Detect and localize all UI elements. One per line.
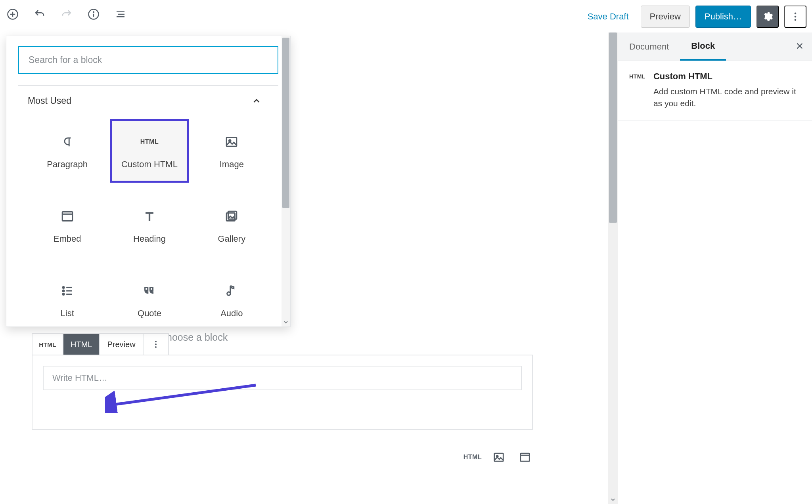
search-input[interactable] <box>28 54 269 66</box>
add-block-button[interactable] <box>2 4 23 25</box>
sidebar-tabs: Document Block <box>618 32 812 61</box>
inserter-item-list[interactable]: List <box>28 268 107 332</box>
svg-point-9 <box>795 13 797 15</box>
plus-circle-icon <box>7 8 19 20</box>
image-icon <box>493 451 505 463</box>
more-vertical-icon <box>151 340 161 349</box>
block-type-icon[interactable]: HTML <box>33 334 63 355</box>
svg-point-13 <box>155 344 157 345</box>
inserter-item-heading[interactable]: Heading <box>110 194 189 257</box>
chevron-up-icon <box>252 97 261 105</box>
inserter-shortcut-html[interactable]: HTML <box>465 449 481 465</box>
inserter-item-label: Quote <box>138 308 161 319</box>
inserter-item-quote[interactable]: Quote <box>110 268 189 332</box>
more-vertical-icon <box>790 11 801 22</box>
tab-preview[interactable]: Preview <box>100 334 143 355</box>
redo-icon <box>61 8 73 20</box>
gallery-icon <box>225 207 238 226</box>
inserter-scrollbar[interactable] <box>282 36 290 326</box>
outline-icon <box>115 8 126 20</box>
inserter-shortcut-image[interactable] <box>491 449 507 465</box>
image-icon <box>225 132 238 151</box>
svg-point-11 <box>795 19 797 21</box>
block-inserter-panel: Most Used Paragraph HTML Custom HTML Ima… <box>6 36 291 327</box>
html-code-input[interactable]: Write HTML… <box>43 366 522 390</box>
block-navigation-button[interactable] <box>110 4 131 25</box>
chevron-down-icon <box>611 497 615 502</box>
embed-icon <box>519 451 531 463</box>
scrollbar-down-arrow[interactable] <box>608 495 618 504</box>
inserter-item-label: Paragraph <box>47 159 88 170</box>
sidebar-block-title: Custom HTML <box>653 71 801 82</box>
sidebar-block-text: Custom HTML Add custom HTML code and pre… <box>653 71 801 110</box>
close-icon <box>795 42 804 50</box>
bottom-inserter-icons: HTML <box>32 449 533 465</box>
sidebar-close-button[interactable] <box>795 42 804 52</box>
block-appender-hint: hoose a block <box>167 332 228 343</box>
custom-html-block[interactable]: HTML HTML Preview Write HTML… <box>32 355 533 430</box>
inserter-shortcut-embed[interactable] <box>517 449 533 465</box>
chevron-down-icon <box>283 320 288 325</box>
inserter-item-label: Image <box>220 159 244 170</box>
inserter-item-label: Custom HTML <box>121 159 178 170</box>
scrollbar-down-arrow[interactable] <box>282 318 290 326</box>
block-more-button[interactable] <box>144 334 168 355</box>
inserter-item-gallery[interactable]: Gallery <box>192 194 271 257</box>
content-info-button[interactable] <box>83 4 104 25</box>
inserter-item-label: List <box>61 308 74 319</box>
svg-rect-17 <box>521 453 530 461</box>
svg-point-34 <box>227 292 231 296</box>
list-icon <box>61 281 74 300</box>
audio-icon <box>225 281 238 300</box>
inserter-item-custom-html[interactable]: HTML Custom HTML <box>110 119 189 183</box>
svg-point-12 <box>155 341 157 342</box>
topbar-left-group <box>2 4 131 25</box>
tab-document[interactable]: Document <box>618 32 680 61</box>
html-placeholder: Write HTML… <box>52 374 107 382</box>
html-icon: HTML <box>140 132 159 151</box>
inserter-grid: Paragraph HTML Custom HTML Image Embed H… <box>28 119 271 332</box>
save-draft-button[interactable]: Save Draft <box>581 7 635 27</box>
publish-button[interactable]: Publish… <box>695 6 751 28</box>
more-options-button[interactable] <box>784 6 806 28</box>
redo-button[interactable] <box>56 4 77 25</box>
svg-point-10 <box>795 16 797 18</box>
embed-icon <box>61 207 74 226</box>
svg-point-29 <box>63 290 64 292</box>
inserter-search[interactable] <box>18 46 278 74</box>
inserter-item-label: Heading <box>133 234 166 244</box>
inserter-item-paragraph[interactable]: Paragraph <box>28 119 107 183</box>
scrollbar-thumb[interactable] <box>609 32 617 223</box>
quote-icon <box>143 281 156 300</box>
inserter-section-header[interactable]: Most Used <box>28 95 261 106</box>
inserter-item-label: Embed <box>54 234 81 244</box>
inserter-item-embed[interactable]: Embed <box>28 194 107 257</box>
topbar-right-group: Save Draft Preview Publish… <box>581 6 806 28</box>
undo-button[interactable] <box>29 4 50 25</box>
inserter-item-audio[interactable]: Audio <box>192 268 271 332</box>
tab-block[interactable]: Block <box>680 32 726 61</box>
svg-point-30 <box>63 294 64 295</box>
inserter-item-label: Audio <box>220 308 243 319</box>
tab-html[interactable]: HTML <box>63 334 100 355</box>
svg-point-14 <box>155 346 157 348</box>
settings-button[interactable] <box>756 6 779 28</box>
svg-rect-15 <box>494 453 504 461</box>
inserter-item-label: Gallery <box>218 234 245 244</box>
sidebar-block-description: Add custom HTML code and preview it as y… <box>653 86 801 110</box>
gear-icon <box>762 11 773 22</box>
svg-rect-22 <box>62 212 73 221</box>
paragraph-icon <box>61 132 74 151</box>
editor-top-bar: Save Draft Preview Publish… <box>0 0 812 32</box>
html-icon: HTML <box>629 71 645 79</box>
settings-sidebar: Document Block HTML Custom HTML Add cust… <box>618 32 812 504</box>
svg-rect-20 <box>227 137 237 147</box>
undo-icon <box>34 8 46 20</box>
sidebar-block-info: HTML Custom HTML Add custom HTML code an… <box>618 61 812 120</box>
editor-scrollbar[interactable] <box>608 32 618 504</box>
preview-button[interactable]: Preview <box>641 6 690 28</box>
scrollbar-thumb[interactable] <box>282 38 289 208</box>
block-toolbar: HTML HTML Preview <box>32 333 169 355</box>
heading-icon <box>143 207 156 226</box>
inserter-item-image[interactable]: Image <box>192 119 271 183</box>
